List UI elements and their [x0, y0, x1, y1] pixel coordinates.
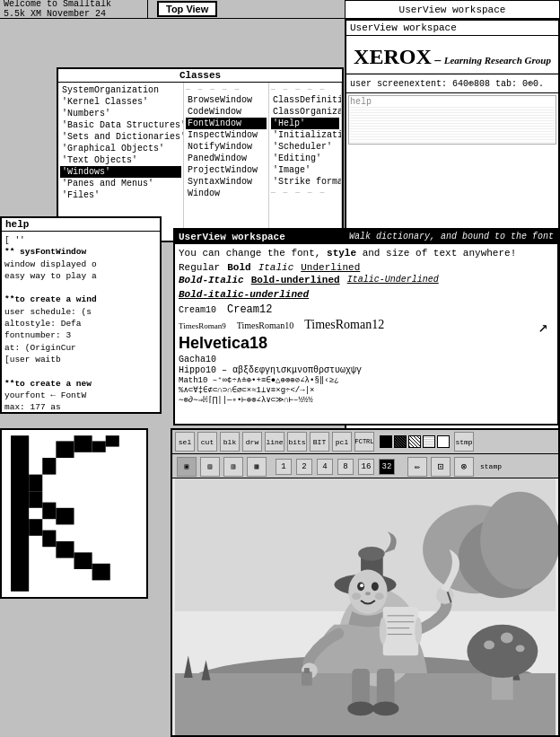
fctrl-tool-button[interactable]: FCTRL: [354, 432, 374, 452]
tool-btn-extra2[interactable]: ▤: [200, 457, 220, 477]
class-item[interactable]: ProjectWindow: [186, 164, 267, 176]
stamp-label: stamp: [480, 462, 502, 470]
class-item[interactable]: PanedWindow: [186, 153, 267, 164]
svg-point-25: [467, 625, 538, 678]
class-item[interactable]: ClassDefinition: [271, 94, 339, 106]
svg-point-26: [484, 640, 494, 649]
brush-size-1[interactable]: 1: [276, 459, 292, 475]
class-item[interactable]: 'Graphical Objects': [60, 143, 181, 154]
eyedrop-tool[interactable]: ⊗: [454, 457, 474, 477]
help-placeholder: help: [348, 95, 556, 145]
help-window-content: [ '' ** sysFontWindow window displayed o…: [2, 232, 160, 414]
paint-toolbar-top: sel cut blk drw line bits BIT pcl FCTRL …: [172, 430, 558, 454]
class-item[interactable]: 'Sets and Dictionaries': [60, 131, 181, 143]
svg-rect-3: [42, 458, 56, 475]
tool-btn-extra1[interactable]: ▣: [177, 457, 197, 477]
main-window-title: UserView workspace: [346, 21, 558, 36]
svg-rect-13: [92, 564, 110, 581]
brush-size-16[interactable]: 16: [358, 459, 374, 475]
class-item[interactable]: BrowseWindow: [186, 94, 267, 106]
bit-tool-button[interactable]: BIT: [310, 432, 329, 452]
top-bar: Welcome to Smalltalk 5.5k XM November 24…: [0, 0, 560, 19]
tool-btn-extra4[interactable]: ▦: [247, 457, 267, 477]
paint-window: sel cut blk drw line bits BIT pcl FCTRL …: [171, 428, 560, 737]
draw-tool-button[interactable]: drw: [242, 432, 262, 452]
pcl-tool-button[interactable]: pcl: [332, 432, 352, 452]
color-dark-gray[interactable]: [394, 435, 407, 448]
color-white[interactable]: [437, 435, 450, 448]
brush-size-2[interactable]: 2: [296, 459, 312, 475]
screen-extent: user screenextent: 640⊕808 tab: 0⊕0.: [346, 74, 558, 93]
svg-point-20: [480, 492, 558, 589]
class-item[interactable]: InspectWindow: [186, 129, 267, 141]
svg-rect-5: [74, 435, 92, 452]
uv-workspace-title: UserView workspace Walk dictionary, and …: [175, 230, 557, 244]
class-item[interactable]: 'Scheduler': [271, 141, 339, 153]
class-item[interactable]: 'Editing': [271, 153, 339, 164]
color-black[interactable]: [380, 435, 392, 448]
tool-btn-extra3[interactable]: ▥: [223, 457, 243, 477]
svg-rect-12: [74, 552, 92, 569]
brush-size-4[interactable]: 4: [317, 459, 333, 475]
class-item-selected[interactable]: FontWindow: [186, 118, 267, 129]
svg-rect-53: [302, 671, 312, 686]
class-item[interactable]: Window: [186, 188, 267, 199]
svg-rect-8: [56, 508, 74, 525]
uv-workspace-content[interactable]: You can change the font, style and size …: [175, 244, 557, 408]
svg-rect-11: [56, 541, 74, 558]
svg-point-50: [347, 702, 374, 716]
class-item-selected[interactable]: 'Help': [271, 118, 339, 129]
help-window: help [ '' ** sysFontWindow window displa…: [0, 216, 162, 414]
svg-rect-4: [56, 441, 74, 458]
color-light-gray[interactable]: [423, 435, 435, 448]
class-item[interactable]: 'Strike format': [271, 176, 339, 188]
class-item[interactable]: 'Image': [271, 164, 339, 176]
block-tool-button[interactable]: blk: [220, 432, 240, 452]
top-view-button[interactable]: Top View: [157, 1, 217, 17]
line-tool-button[interactable]: line: [265, 432, 284, 452]
class-item[interactable]: SyntaxWindow: [186, 176, 267, 188]
svg-point-39: [375, 592, 384, 600]
class-item[interactable]: 'Panes and Menus': [60, 178, 181, 189]
brush-size-8[interactable]: 8: [337, 459, 354, 475]
svg-point-36: [360, 583, 363, 587]
classes-col-2: — — — — — BrowseWindow CodeWindow FontWi…: [184, 83, 269, 236]
svg-point-28: [516, 645, 525, 652]
userview-header-bar: UserView workspace: [345, 0, 560, 19]
class-item[interactable]: SystemOrganization: [60, 84, 181, 96]
class-item[interactable]: CodeWindow: [186, 106, 267, 118]
stamp-button[interactable]: stmp: [454, 432, 474, 452]
class-item[interactable]: 'Kernel Classes': [60, 96, 181, 108]
paint-canvas-area[interactable]: [172, 478, 558, 735]
class-item-selected[interactable]: 'Windows': [60, 166, 181, 178]
class-item[interactable]: 'Basic Data Structures': [60, 119, 181, 131]
class-item[interactable]: ClassOrganization: [271, 106, 339, 118]
pencil-tool[interactable]: ✏: [407, 457, 427, 477]
classes-col-3: — — — — — ClassDefinition ClassOrganizat…: [269, 83, 342, 236]
class-item[interactable]: 'Files': [60, 189, 181, 201]
svg-point-51: [372, 702, 399, 716]
class-item[interactable]: 'Text Objects': [60, 154, 181, 166]
uv-workspace-overlay: UserView workspace Walk dictionary, and …: [173, 228, 559, 426]
svg-point-46: [380, 618, 387, 645]
class-item[interactable]: 'Initialization': [271, 129, 339, 141]
paint-toolbar-bottom: ▣ ▤ ▥ ▦ 1 2 4 8 16 32 ✏ ⊡ ⊗: [172, 454, 558, 478]
cut-tool-button[interactable]: cut: [197, 432, 217, 452]
class-item[interactable]: NotifyWindow: [186, 141, 267, 153]
color-gray[interactable]: [408, 435, 421, 448]
svg-rect-10: [42, 531, 56, 548]
class-item[interactable]: 'Numbers': [60, 108, 181, 119]
svg-rect-6: [29, 491, 42, 508]
svg-point-37: [365, 592, 371, 595]
svg-point-35: [372, 582, 379, 591]
paint-toolbar: sel cut blk drw line bits BIT pcl FCTRL …: [172, 430, 558, 478]
select-tool-button[interactable]: sel: [175, 432, 195, 452]
svg-point-27: [501, 633, 513, 644]
fill-tool[interactable]: ⊡: [431, 457, 451, 477]
classes-window-title: Classes: [58, 69, 342, 83]
svg-rect-15: [106, 435, 119, 446]
bits-tool-button[interactable]: bits: [287, 432, 307, 452]
brush-size-32[interactable]: 32: [379, 459, 395, 475]
svg-point-38: [352, 592, 361, 600]
xerox-logo: XEROX – Learning Research Group: [354, 39, 551, 69]
